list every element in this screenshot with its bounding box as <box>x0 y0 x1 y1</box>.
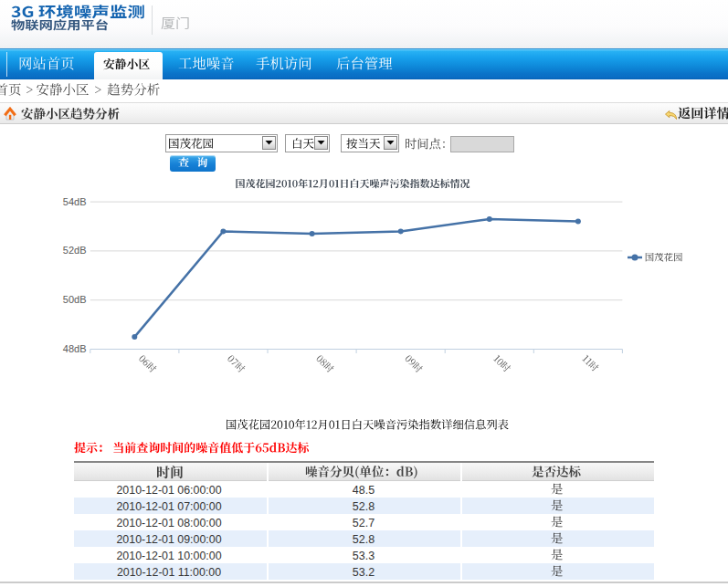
svg-text:52dB: 52dB <box>63 245 87 256</box>
svg-text:54dB: 54dB <box>63 196 87 207</box>
svg-text:50dB: 50dB <box>63 294 87 305</box>
svg-text:48dB: 48dB <box>63 343 87 354</box>
